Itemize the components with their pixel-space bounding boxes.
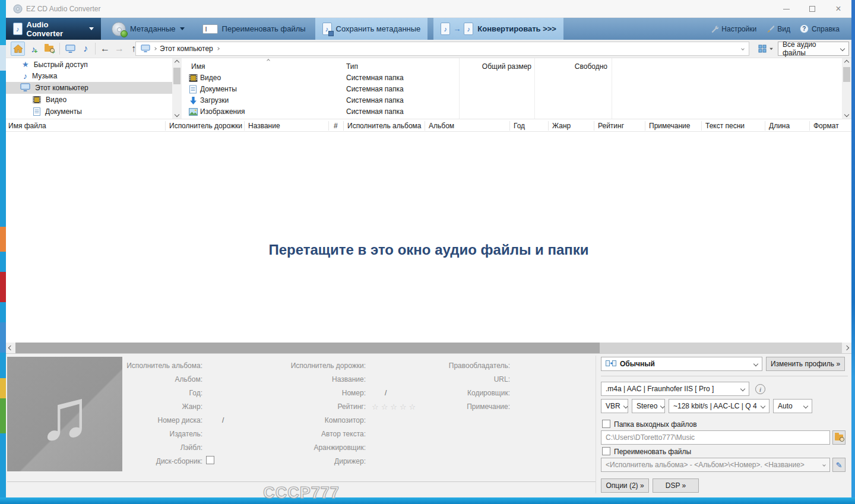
file-list-scrollbar[interactable] xyxy=(842,58,851,119)
add-folder-button[interactable]: + xyxy=(43,42,57,56)
sample-rate-dropdown[interactable]: Auto xyxy=(773,399,812,413)
sidebar-item-quick-access[interactable]: ★ Быстрый доступ xyxy=(22,59,88,70)
app-cd-icon xyxy=(13,4,23,14)
column-header-type[interactable]: Тип xyxy=(346,62,358,71)
maximize-button[interactable] xyxy=(799,0,825,18)
scroll-right-icon[interactable] xyxy=(842,343,851,353)
home-button[interactable] xyxy=(11,42,25,56)
desktop-edge-right xyxy=(851,0,855,504)
minimize-button[interactable] xyxy=(773,0,799,18)
options-button[interactable]: Опции (2) » xyxy=(601,478,649,493)
breadcrumb[interactable]: Этот компьютер xyxy=(135,42,749,56)
save-metadata-icon: ♪ xyxy=(322,23,332,35)
track-column-genre[interactable]: Жанр xyxy=(552,122,571,130)
profile-value: Обычный xyxy=(620,360,655,368)
file-type: Системная папка xyxy=(346,96,404,104)
edit-pattern-button[interactable]: ✎ xyxy=(832,458,846,472)
field-label-label: Лэйбл: xyxy=(84,443,202,452)
back-button[interactable]: ← xyxy=(99,42,112,56)
format-info-icon[interactable]: i xyxy=(755,384,765,394)
close-button[interactable]: × xyxy=(825,0,851,18)
column-header-free[interactable]: Свободно xyxy=(534,62,607,71)
rename-files-button[interactable]: I Переименовать файлы xyxy=(195,18,313,40)
track-column-title[interactable]: Название xyxy=(248,122,280,130)
rename-files-label: Переименовать файлы xyxy=(222,24,306,33)
output-folder-field[interactable]: C:\Users\DToretto777\Music xyxy=(601,430,830,445)
computer-icon xyxy=(141,45,150,53)
track-column-album-artist[interactable]: Исполнитель альбома xyxy=(347,122,422,130)
audio-converter-icon: ♪ xyxy=(13,23,23,35)
computer-view-button[interactable] xyxy=(63,42,77,56)
bitrate-dropdown[interactable]: ~128 kbit/s | AAC-LC | Q 4 xyxy=(669,399,770,413)
convert-button[interactable]: ♪ → ♪ Конвертировать >>> xyxy=(433,18,563,40)
breadcrumb-item-this-pc[interactable]: Этот компьютер xyxy=(160,45,213,53)
breadcrumb-separator-icon xyxy=(153,47,157,50)
video-icon xyxy=(33,96,41,104)
column-separator xyxy=(765,121,765,131)
scroll-up-icon[interactable] xyxy=(172,58,182,66)
audio-converter-menu-button[interactable]: ♪ Audio Converter xyxy=(6,18,101,40)
column-separator xyxy=(594,121,594,131)
track-column-track-artist[interactable]: Исполнитель дорожки xyxy=(169,122,242,130)
add-audio-files-button[interactable]: ♪ + xyxy=(27,42,42,56)
chevron-down-icon xyxy=(623,404,628,408)
scroll-up-icon[interactable] xyxy=(842,58,851,66)
scrollbar-thumb[interactable] xyxy=(173,68,180,84)
drop-target-area[interactable]: Перетащите в это окно аудио файлы и папк… xyxy=(6,132,851,343)
scroll-down-icon[interactable] xyxy=(842,110,851,119)
output-folder-checkbox[interactable] xyxy=(602,420,610,428)
chevron-down-icon xyxy=(180,27,185,30)
rename-pattern-dropdown[interactable]: <Исполнитель альбома> - <Альбом>\<Номер>… xyxy=(601,458,830,472)
tree-scrollbar[interactable] xyxy=(172,58,182,119)
track-column-album[interactable]: Альбом xyxy=(429,122,454,130)
bitrate-mode-dropdown[interactable]: VBR xyxy=(601,399,628,413)
format-dropdown[interactable]: .m4a | AAC | Fraunhofer IIS [ Pro ] xyxy=(601,382,749,396)
document-icon xyxy=(33,107,40,116)
track-column-comment[interactable]: Примечание xyxy=(649,122,690,130)
column-separator xyxy=(244,121,245,131)
rename-files-checkbox[interactable] xyxy=(602,447,610,455)
browse-folder-button[interactable] xyxy=(832,430,846,445)
scrollbar-thumb[interactable] xyxy=(843,67,850,82)
chevron-down-icon xyxy=(89,27,94,30)
file-filter-dropdown[interactable]: Все аудио файлы xyxy=(778,42,849,56)
breadcrumb-dropdown-icon[interactable] xyxy=(741,47,745,50)
settings-button[interactable]: Настройки xyxy=(707,25,760,33)
globe-icon xyxy=(121,30,128,37)
track-column-filename[interactable]: Имя файла xyxy=(8,122,46,130)
view-mode-button[interactable] xyxy=(755,42,777,55)
track-column-rating[interactable]: Рейтинг xyxy=(598,122,624,130)
scrollbar-thumb[interactable] xyxy=(15,343,600,353)
save-metadata-button[interactable]: ♪ Сохранить метаданные xyxy=(315,18,428,40)
scroll-down-icon[interactable] xyxy=(172,110,182,119)
track-column-format[interactable]: Формат xyxy=(813,122,839,130)
sidebar-item-documents[interactable]: Документы xyxy=(33,106,82,117)
track-column-year[interactable]: Год xyxy=(514,122,525,130)
column-header-name[interactable]: Имя xyxy=(191,62,205,71)
channels-dropdown[interactable]: Stereo xyxy=(632,399,665,413)
sidebar-item-video[interactable]: Видео xyxy=(33,94,66,105)
column-separator xyxy=(328,121,329,131)
scroll-left-icon[interactable] xyxy=(6,343,15,353)
dsp-button[interactable]: DSP » xyxy=(653,478,699,493)
track-column-lyrics[interactable]: Текст песни xyxy=(705,122,745,130)
compilation-checkbox[interactable] xyxy=(206,456,214,464)
channels-value: Stereo xyxy=(636,402,657,410)
profile-dropdown[interactable]: Обычный xyxy=(601,357,762,371)
sidebar-item-this-pc[interactable]: Этот компьютер xyxy=(20,82,88,93)
track-column-length[interactable]: Длина xyxy=(769,122,790,130)
column-header-total-size[interactable]: Общий размер xyxy=(459,62,531,71)
convert-label: Конвертировать >>> xyxy=(477,24,556,33)
sidebar-item-music[interactable]: ♪ Музыка xyxy=(23,70,57,81)
minimize-icon xyxy=(783,9,790,9)
edit-profile-button[interactable]: Изменить профиль » xyxy=(766,357,845,371)
track-column-number[interactable]: # xyxy=(334,122,338,130)
view-button[interactable]: Вид xyxy=(762,25,794,33)
help-button[interactable]: ? Справка xyxy=(796,24,843,33)
forward-button[interactable]: → xyxy=(113,42,126,56)
rename-files-label: Переименовать файлы xyxy=(614,448,691,456)
music-view-button[interactable]: ♪ xyxy=(78,42,93,56)
file-name: Загрузки xyxy=(200,96,229,104)
metadata-menu-button[interactable]: Метаданные xyxy=(104,18,192,40)
horizontal-scrollbar[interactable] xyxy=(6,343,851,353)
